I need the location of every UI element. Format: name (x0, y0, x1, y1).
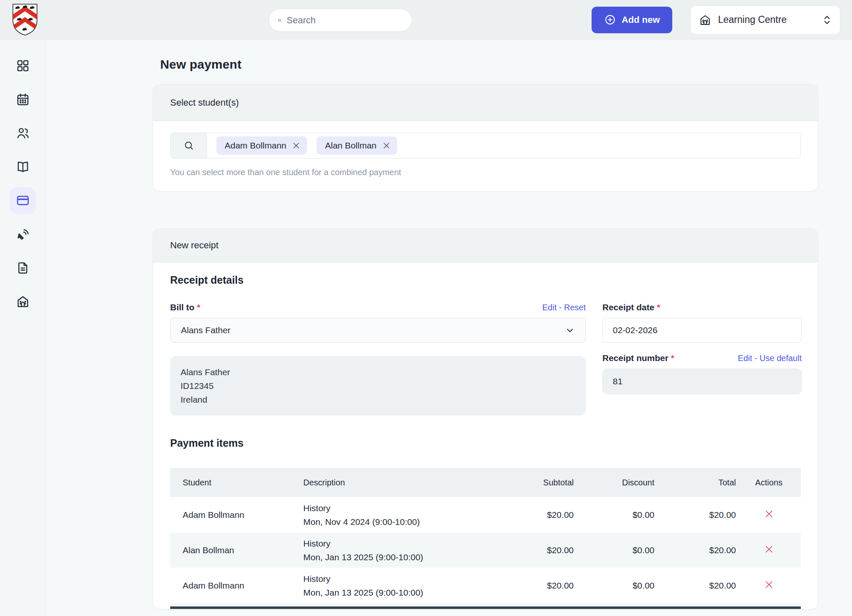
billing-address-box: Alans Father ID12345 Ireland (170, 356, 586, 416)
remove-student-icon[interactable] (292, 141, 300, 150)
column-header-subtotal: Subtotal (537, 478, 574, 487)
receipt-number-input[interactable]: 81 (602, 369, 802, 394)
crest-shield-icon (10, 3, 40, 37)
receipt-date-input[interactable]: 02-02-2026 (602, 318, 802, 343)
workspace-selector[interactable]: Learning Centre (690, 5, 840, 35)
payment-items-title: Payment items (170, 437, 801, 449)
credit-card-icon (16, 193, 30, 208)
add-new-button[interactable]: Add new (592, 7, 672, 33)
address-line: ID12345 (181, 379, 575, 393)
student-chip-label: Adam Bollmann (225, 141, 286, 151)
column-header-discount: Discount (574, 478, 654, 487)
sidebar-item-school[interactable] (10, 288, 36, 315)
sidebar-item-documents[interactable] (10, 255, 36, 281)
sidebar-item-courses[interactable] (10, 153, 36, 180)
global-search (269, 9, 412, 32)
cell-discount: $0.00 (574, 545, 654, 555)
school-building-icon (16, 294, 30, 309)
receipt-number-edit-link[interactable]: Edit - Use default (738, 354, 802, 363)
sidebar-item-payments[interactable] (10, 187, 36, 214)
remove-row-icon[interactable] (764, 509, 774, 519)
cell-description: History Mon, Nov 4 2024 (9:00-10:00) (303, 501, 537, 529)
receipt-date-value: 02-02-2026 (613, 325, 657, 335)
sidebar-item-students[interactable] (10, 120, 36, 146)
receipt-details-title: Receipt details (170, 274, 801, 286)
student-chip: Alan Bollman (317, 136, 397, 155)
cell-total: $20.00 (654, 510, 736, 520)
add-new-label: Add new (622, 15, 660, 25)
circle-plus-icon (604, 14, 616, 26)
book-icon (16, 160, 30, 174)
cell-subtotal: $20.00 (537, 581, 574, 591)
table-footer-sliver (170, 606, 801, 609)
student-chip: Adam Bollmann (216, 136, 307, 155)
select-students-header: Select student(s) (153, 84, 818, 121)
receipt-date-label: Receipt date* (602, 302, 660, 312)
table-row: Adam Bollmann History Mon, Jan 13 2025 (… (170, 568, 801, 603)
search-icon-segment (171, 133, 207, 158)
required-asterisk: * (197, 302, 200, 312)
column-header-actions: Actions (736, 478, 802, 487)
cell-student: Adam Bollmann (170, 510, 303, 520)
document-icon (16, 261, 30, 275)
table-row: Alan Bollman History Mon, Jan 13 2025 (9… (170, 532, 801, 568)
cell-student: Alan Bollman (170, 545, 303, 555)
next-row-sliver (170, 603, 801, 606)
search-icon (277, 15, 282, 26)
select-students-title: Select student(s) (170, 97, 239, 108)
cell-total: $20.00 (654, 545, 736, 555)
bill-to-column: Bill to* Edit - Reset Alans Father Alans… (170, 301, 586, 416)
school-building-icon (699, 14, 711, 26)
receipt-number-label: Receipt number* (602, 353, 674, 363)
sidebar-item-communications[interactable] (10, 221, 36, 247)
address-line: Ireland (181, 393, 575, 406)
new-receipt-title: New receipt (170, 240, 218, 251)
bill-to-edit-reset-link[interactable]: Edit - Reset (542, 303, 586, 312)
student-search-field[interactable]: Adam Bollmann Alan Bollman (170, 133, 801, 158)
bill-to-label: Bill to* (170, 302, 201, 312)
bill-to-value: Alans Father (181, 325, 230, 335)
search-input[interactable] (287, 15, 406, 26)
sidebar-nav (0, 40, 46, 616)
column-header-student: Student (170, 478, 303, 487)
required-asterisk: * (657, 302, 660, 312)
chevron-down-icon (565, 325, 575, 335)
main-content: New payment Select student(s) Adam Bollm… (46, 40, 852, 616)
cell-description: History Mon, Jan 13 2025 (9:00-10:00) (303, 572, 537, 599)
remove-row-icon[interactable] (764, 544, 774, 554)
column-header-description: Description (303, 478, 537, 487)
sidebar-item-calendar[interactable] (10, 86, 36, 113)
new-receipt-header: New receipt (153, 229, 818, 262)
new-receipt-card: New receipt Receipt details Bill to* Edi… (153, 228, 818, 609)
receipt-meta-column: Receipt date* 02-02-2026 Receipt number*… (602, 301, 802, 416)
combined-payment-helper-text: You can select more than one student for… (170, 168, 801, 177)
calendar-icon (16, 92, 30, 106)
chevron-up-down-icon (822, 15, 832, 25)
table-row: Adam Bollmann History Mon, Nov 4 2024 (9… (170, 497, 801, 532)
bill-to-select[interactable]: Alans Father (170, 318, 586, 343)
payment-items-table: Student Description Subtotal Discount To… (170, 468, 801, 609)
cell-subtotal: $20.00 (537, 510, 574, 520)
column-header-total: Total (654, 478, 736, 487)
cell-discount: $0.00 (574, 510, 654, 520)
satellite-dish-icon (16, 227, 30, 241)
cell-total: $20.00 (654, 581, 736, 591)
required-asterisk: * (671, 353, 674, 363)
remove-row-icon[interactable] (764, 580, 774, 589)
remove-student-icon[interactable] (382, 141, 391, 150)
address-line: Alans Father (181, 365, 575, 379)
page-title: New payment (160, 57, 818, 72)
select-students-card: Select student(s) Adam Bollmann (153, 84, 818, 191)
top-bar: Add new Learning Centre (0, 0, 852, 40)
workspace-label: Learning Centre (718, 14, 816, 25)
users-icon (16, 126, 30, 140)
table-header-row: Student Description Subtotal Discount To… (170, 468, 801, 497)
search-icon (183, 140, 195, 151)
sidebar-item-dashboard[interactable] (10, 52, 36, 79)
cell-discount: $0.00 (574, 581, 654, 591)
cell-description: History Mon, Jan 13 2025 (9:00-10:00) (303, 537, 537, 564)
school-crest-logo[interactable] (10, 3, 40, 37)
cell-subtotal: $20.00 (537, 545, 574, 555)
dashboard-grid-icon (16, 59, 30, 73)
student-chip-label: Alan Bollman (325, 141, 376, 151)
